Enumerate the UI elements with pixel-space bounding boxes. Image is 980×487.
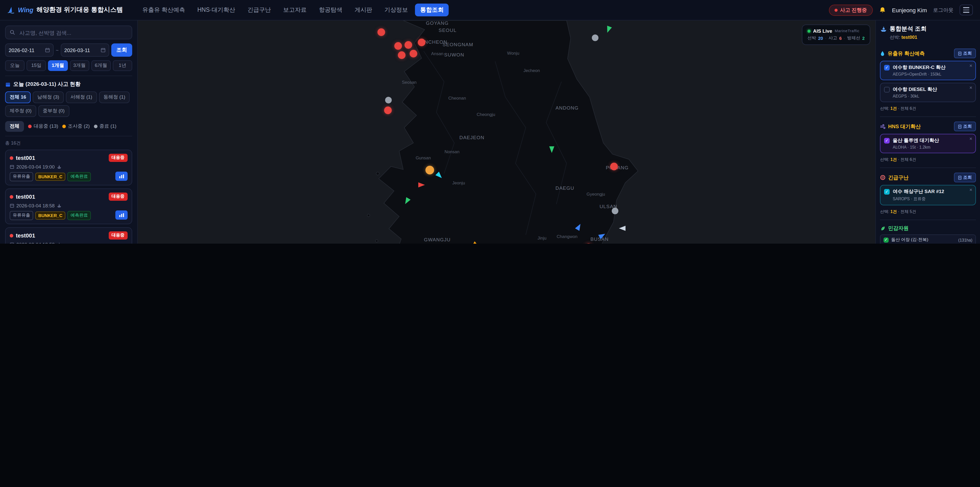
region-filter-jeju[interactable]: 제주청 (0) bbox=[5, 105, 36, 117]
checkbox-unchecked-icon[interactable] bbox=[884, 87, 890, 93]
incident-count: 6 bbox=[839, 36, 842, 41]
map-marker-incident-red[interactable] bbox=[398, 51, 406, 59]
range-1m-button[interactable]: 1개월 bbox=[48, 60, 68, 71]
region-filter-donghae[interactable]: 동해청 (1) bbox=[99, 91, 130, 103]
nav-rescue[interactable]: 긴급구난 bbox=[242, 3, 276, 16]
map-marker-incident-gray[interactable] bbox=[592, 35, 598, 41]
region-filter-jungbu[interactable]: 중부청 (0) bbox=[38, 105, 69, 117]
nav-oil-spill[interactable]: 유출유 확산예측 bbox=[137, 3, 190, 16]
search-input[interactable] bbox=[18, 29, 127, 36]
model-meta: AEGPS+OpenDrift · 150kL bbox=[893, 72, 945, 77]
nav-integrated-view[interactable]: 통합조회 bbox=[415, 3, 449, 16]
incident-oil-tag: BUNKER_C bbox=[35, 172, 65, 181]
status-filter-responding[interactable]: 대응중 (13) bbox=[28, 123, 58, 130]
range-15d-button[interactable]: 15일 bbox=[27, 60, 46, 71]
date-query-button[interactable]: 조회 bbox=[111, 43, 132, 57]
hns-selection-summary: 선택: 1건 · 전체 6건 bbox=[880, 157, 976, 163]
nav-reports[interactable]: 보고자료 bbox=[278, 3, 312, 16]
incident-status-dot bbox=[10, 195, 13, 198]
incident-card[interactable]: test001 대응중 2026-03-04 18:58 bbox=[5, 188, 132, 224]
map-marker-incident-red[interactable] bbox=[405, 41, 412, 48]
close-icon[interactable]: × bbox=[969, 63, 972, 69]
hns-model-card[interactable]: ✓ 울산 톨루엔 대기확산 ALOHA · 15t · 1.2km × bbox=[880, 134, 976, 153]
investigating-dot-icon bbox=[62, 125, 66, 128]
map-marker-ship-passenger[interactable] bbox=[598, 232, 607, 239]
map-marker-incident-red[interactable] bbox=[384, 107, 392, 114]
incident-card[interactable]: test001 대응중 2026-03-04 19:00 bbox=[5, 150, 132, 185]
range-today-button[interactable]: 오늘 bbox=[5, 60, 24, 71]
map-marker-incident-red[interactable] bbox=[394, 42, 402, 50]
map-marker-ship-cargo[interactable] bbox=[403, 197, 411, 206]
bell-icon[interactable] bbox=[879, 6, 886, 14]
sar-model-card[interactable]: ✓ 여수 해상구난 SAR #12 SAROPS · 표류중 × bbox=[880, 185, 976, 205]
nav-board[interactable]: 게시판 bbox=[349, 3, 377, 16]
region-filter-all[interactable]: 전체 16 bbox=[5, 91, 30, 103]
logout-button[interactable]: 로그아웃 bbox=[933, 6, 953, 14]
nav-hns[interactable]: HNS·대기확산 bbox=[192, 3, 240, 16]
incident-type-tag: 유류유출 bbox=[10, 211, 33, 220]
map-marker-incident-gray[interactable] bbox=[612, 208, 618, 214]
map-marker-ship-passenger[interactable] bbox=[575, 222, 583, 231]
status-filter-all[interactable]: 전체 bbox=[5, 121, 24, 132]
app-logo[interactable]: Wing 해양환경 위기대응 통합시스템 bbox=[7, 6, 123, 14]
sar-section-header: 긴급구난 조회 bbox=[880, 172, 976, 182]
ais-provider-label: MarineTraffic bbox=[835, 29, 859, 33]
ship-icon bbox=[57, 164, 62, 169]
incident-search-box[interactable] bbox=[5, 26, 132, 39]
oil-model-card-bunker[interactable]: ✓ 여수항 BUNKER-C 확산 AEGPS+OpenDrift · 150k… bbox=[880, 61, 976, 80]
nav-aerial-search[interactable]: 항공탐색 bbox=[313, 3, 347, 16]
range-3m-button[interactable]: 3개월 bbox=[70, 60, 89, 71]
resource-row-fishery[interactable]: ✓ 돌산 어장 (김·전복) (131ha) bbox=[880, 235, 976, 244]
date-to-input[interactable]: 2026-03-11 bbox=[61, 43, 109, 57]
region-filter-namhae[interactable]: 남해청 (3) bbox=[33, 91, 64, 103]
region-filter-seohae[interactable]: 서해청 (1) bbox=[66, 91, 97, 103]
oil-model-card-diesel[interactable]: 여수항 DIESEL 확산 AEGPS · 30kL × bbox=[880, 83, 976, 102]
map-marker-incident-red[interactable] bbox=[410, 50, 417, 57]
map-marker-incident-orange[interactable] bbox=[425, 166, 434, 174]
close-icon[interactable]: × bbox=[969, 85, 972, 90]
status-filter-closed[interactable]: 종료 (1) bbox=[94, 123, 117, 130]
hns-query-button[interactable]: 조회 bbox=[954, 121, 976, 131]
status-filter-investigating[interactable]: 조사중 (2) bbox=[62, 123, 90, 130]
panel-header: 통합분석 조회 bbox=[880, 25, 976, 33]
oil-query-button[interactable]: 조회 bbox=[954, 48, 976, 58]
map-marker-ship-cargo[interactable] bbox=[605, 26, 612, 34]
incident-datetime: 2026-03-04 18:58 bbox=[16, 203, 55, 208]
closed-dot-icon bbox=[94, 125, 97, 128]
close-icon[interactable]: × bbox=[969, 136, 972, 142]
incident-type-tag: 유류유출 bbox=[10, 172, 33, 181]
incident-analysis-button[interactable] bbox=[115, 211, 127, 220]
checkbox-checked-icon[interactable]: ✓ bbox=[884, 189, 890, 195]
map-marker-incident-gray[interactable] bbox=[385, 97, 392, 104]
incident-analysis-button[interactable] bbox=[115, 172, 127, 181]
map-marker-ship-fishing[interactable] bbox=[472, 241, 480, 243]
nav-weather[interactable]: 기상정보 bbox=[379, 3, 413, 16]
map-marker-ship-container[interactable] bbox=[435, 172, 444, 180]
map-marker-incident-red[interactable] bbox=[377, 28, 385, 36]
close-icon[interactable]: × bbox=[969, 187, 972, 193]
map-marker-ship-cargo[interactable] bbox=[549, 146, 554, 153]
map-marker-incident-red[interactable] bbox=[418, 38, 426, 46]
app-title: 해양환경 위기대응 통합시스템 bbox=[37, 6, 123, 14]
lifebuoy-icon bbox=[880, 175, 886, 180]
map-marker-incident-red[interactable] bbox=[585, 243, 592, 244]
date-from-input[interactable]: 2026-02-11 bbox=[5, 43, 54, 57]
user-name[interactable]: Eunjeong Kim bbox=[892, 7, 927, 13]
map-marker-incident-red[interactable] bbox=[611, 163, 618, 170]
incident-card[interactable]: test001 대응중 2026-03-04 18:58 bbox=[5, 227, 132, 244]
map-canvas[interactable]: GOYANGSEOULINCHEONSEONGNAMAnsanSUWONWonj… bbox=[138, 21, 875, 244]
incident-title: test001 bbox=[16, 193, 35, 200]
map-marker-ship-tanker[interactable] bbox=[418, 182, 425, 187]
checkbox-checked-icon[interactable]: ✓ bbox=[884, 65, 890, 70]
checkbox-checked-icon[interactable]: ✓ bbox=[883, 238, 889, 243]
range-1y-button[interactable]: 1년 bbox=[113, 60, 132, 71]
sar-query-button[interactable]: 조회 bbox=[954, 172, 976, 182]
incident-oil-tag: BUNKER_C bbox=[35, 211, 65, 220]
ais-counts: 선박 20 · 사고 6 · 방제선 2 bbox=[808, 35, 865, 42]
hamburger-menu-icon[interactable] bbox=[959, 5, 973, 15]
checkbox-checked-icon[interactable]: ✓ bbox=[884, 138, 890, 144]
range-6m-button[interactable]: 6개월 bbox=[91, 60, 110, 71]
map-marker-ship-other[interactable] bbox=[619, 226, 626, 231]
main-nav: 유출유 확산예측 HNS·대기확산 긴급구난 보고자료 항공탐색 게시판 기상정… bbox=[137, 3, 449, 16]
incident-in-progress-badge[interactable]: 사고 진행중 bbox=[829, 4, 873, 16]
